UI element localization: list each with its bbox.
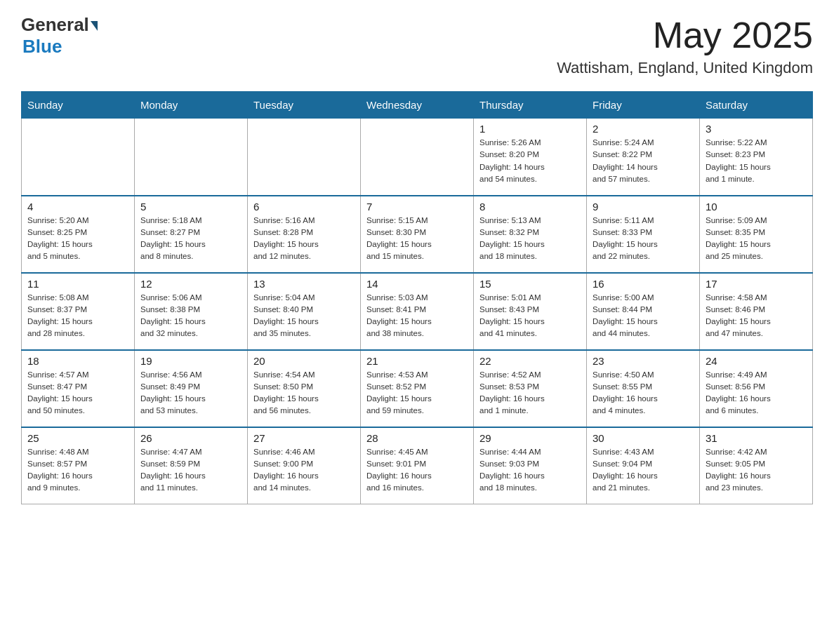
calendar-cell: 12Sunrise: 5:06 AMSunset: 8:38 PMDayligh…: [135, 273, 248, 350]
day-number: 12: [140, 278, 241, 290]
day-number: 20: [253, 355, 355, 367]
calendar-cell: 31Sunrise: 4:42 AMSunset: 9:05 PMDayligh…: [700, 427, 813, 504]
calendar-cell: 9Sunrise: 5:11 AMSunset: 8:33 PMDaylight…: [587, 196, 700, 273]
day-info: Sunrise: 5:26 AMSunset: 8:20 PMDaylight:…: [479, 137, 581, 185]
calendar-cell: 27Sunrise: 4:46 AMSunset: 9:00 PMDayligh…: [248, 427, 361, 504]
calendar-cell: 14Sunrise: 5:03 AMSunset: 8:41 PMDayligh…: [361, 273, 474, 350]
day-info: Sunrise: 5:22 AMSunset: 8:23 PMDaylight:…: [706, 137, 807, 185]
logo: General Blue: [21, 14, 98, 58]
day-info: Sunrise: 4:43 AMSunset: 9:04 PMDaylight:…: [593, 446, 694, 495]
day-number: 4: [27, 201, 128, 213]
calendar-cell: [361, 119, 474, 196]
main-title: May 2025: [557, 14, 813, 56]
day-info: Sunrise: 4:44 AMSunset: 9:03 PMDaylight:…: [479, 446, 581, 495]
page-header: General Blue May 2025 Wattisham, England…: [21, 14, 813, 77]
calendar-cell: 15Sunrise: 5:01 AMSunset: 8:43 PMDayligh…: [474, 273, 587, 350]
calendar-cell: 25Sunrise: 4:48 AMSunset: 8:57 PMDayligh…: [22, 427, 135, 504]
day-info: Sunrise: 5:03 AMSunset: 8:41 PMDaylight:…: [366, 292, 468, 340]
calendar-cell: [248, 119, 361, 196]
day-number: 5: [140, 201, 241, 213]
day-number: 31: [706, 432, 807, 444]
logo-blue-text: Blue: [22, 36, 62, 58]
day-info: Sunrise: 4:54 AMSunset: 8:50 PMDaylight:…: [253, 369, 355, 417]
calendar-header-tuesday: Tuesday: [248, 92, 361, 119]
day-info: Sunrise: 5:09 AMSunset: 8:35 PMDaylight:…: [706, 215, 807, 263]
day-info: Sunrise: 5:18 AMSunset: 8:27 PMDaylight:…: [140, 215, 241, 263]
calendar-header-sunday: Sunday: [22, 92, 135, 119]
calendar-week-row: 11Sunrise: 5:08 AMSunset: 8:37 PMDayligh…: [22, 273, 813, 350]
day-number: 19: [140, 355, 241, 367]
day-info: Sunrise: 5:01 AMSunset: 8:43 PMDaylight:…: [479, 292, 581, 340]
day-number: 28: [366, 432, 468, 444]
title-section: May 2025 Wattisham, England, United King…: [557, 14, 813, 77]
day-number: 13: [253, 278, 355, 290]
day-info: Sunrise: 5:16 AMSunset: 8:28 PMDaylight:…: [253, 215, 355, 263]
day-info: Sunrise: 4:58 AMSunset: 8:46 PMDaylight:…: [706, 292, 807, 340]
day-info: Sunrise: 5:13 AMSunset: 8:32 PMDaylight:…: [479, 215, 581, 263]
day-info: Sunrise: 5:06 AMSunset: 8:38 PMDaylight:…: [140, 292, 241, 340]
day-info: Sunrise: 4:46 AMSunset: 9:00 PMDaylight:…: [253, 446, 355, 495]
day-info: Sunrise: 5:04 AMSunset: 8:40 PMDaylight:…: [253, 292, 355, 340]
calendar-cell: 30Sunrise: 4:43 AMSunset: 9:04 PMDayligh…: [587, 427, 700, 504]
calendar-week-row: 25Sunrise: 4:48 AMSunset: 8:57 PMDayligh…: [22, 427, 813, 504]
calendar-cell: 13Sunrise: 5:04 AMSunset: 8:40 PMDayligh…: [248, 273, 361, 350]
calendar-cell: 23Sunrise: 4:50 AMSunset: 8:55 PMDayligh…: [587, 350, 700, 427]
calendar-cell: 7Sunrise: 5:15 AMSunset: 8:30 PMDaylight…: [361, 196, 474, 273]
day-number: 21: [366, 355, 468, 367]
calendar-cell: 17Sunrise: 4:58 AMSunset: 8:46 PMDayligh…: [700, 273, 813, 350]
calendar-cell: 21Sunrise: 4:53 AMSunset: 8:52 PMDayligh…: [361, 350, 474, 427]
calendar-header-thursday: Thursday: [474, 92, 587, 119]
day-number: 14: [366, 278, 468, 290]
day-number: 2: [593, 123, 694, 135]
day-info: Sunrise: 4:52 AMSunset: 8:53 PMDaylight:…: [479, 369, 581, 417]
calendar-cell: 8Sunrise: 5:13 AMSunset: 8:32 PMDaylight…: [474, 196, 587, 273]
day-info: Sunrise: 4:56 AMSunset: 8:49 PMDaylight:…: [140, 369, 241, 417]
calendar-cell: 19Sunrise: 4:56 AMSunset: 8:49 PMDayligh…: [135, 350, 248, 427]
day-number: 6: [253, 201, 355, 213]
day-info: Sunrise: 4:48 AMSunset: 8:57 PMDaylight:…: [27, 446, 128, 495]
day-info: Sunrise: 5:00 AMSunset: 8:44 PMDaylight:…: [593, 292, 694, 340]
day-number: 10: [706, 201, 807, 213]
calendar-cell: [135, 119, 248, 196]
day-info: Sunrise: 5:15 AMSunset: 8:30 PMDaylight:…: [366, 215, 468, 263]
day-number: 25: [27, 432, 128, 444]
day-number: 8: [479, 201, 581, 213]
day-number: 18: [27, 355, 128, 367]
day-number: 30: [593, 432, 694, 444]
day-info: Sunrise: 4:47 AMSunset: 8:59 PMDaylight:…: [140, 446, 241, 495]
calendar-cell: 1Sunrise: 5:26 AMSunset: 8:20 PMDaylight…: [474, 119, 587, 196]
day-info: Sunrise: 5:11 AMSunset: 8:33 PMDaylight:…: [593, 215, 694, 263]
day-info: Sunrise: 4:50 AMSunset: 8:55 PMDaylight:…: [593, 369, 694, 417]
calendar-cell: 28Sunrise: 4:45 AMSunset: 9:01 PMDayligh…: [361, 427, 474, 504]
calendar-header-friday: Friday: [587, 92, 700, 119]
calendar-cell: 20Sunrise: 4:54 AMSunset: 8:50 PMDayligh…: [248, 350, 361, 427]
day-number: 27: [253, 432, 355, 444]
logo-arrow-icon: [91, 21, 98, 31]
day-number: 24: [706, 355, 807, 367]
calendar-cell: 18Sunrise: 4:57 AMSunset: 8:47 PMDayligh…: [22, 350, 135, 427]
logo-general-text: General: [21, 14, 89, 36]
day-number: 11: [27, 278, 128, 290]
day-info: Sunrise: 5:24 AMSunset: 8:22 PMDaylight:…: [593, 137, 694, 185]
day-number: 9: [593, 201, 694, 213]
calendar-cell: 11Sunrise: 5:08 AMSunset: 8:37 PMDayligh…: [22, 273, 135, 350]
calendar-week-row: 1Sunrise: 5:26 AMSunset: 8:20 PMDaylight…: [22, 119, 813, 196]
calendar-cell: 10Sunrise: 5:09 AMSunset: 8:35 PMDayligh…: [700, 196, 813, 273]
calendar-cell: 3Sunrise: 5:22 AMSunset: 8:23 PMDaylight…: [700, 119, 813, 196]
day-number: 15: [479, 278, 581, 290]
day-number: 26: [140, 432, 241, 444]
day-number: 16: [593, 278, 694, 290]
calendar-cell: 26Sunrise: 4:47 AMSunset: 8:59 PMDayligh…: [135, 427, 248, 504]
calendar-cell: [22, 119, 135, 196]
day-number: 1: [479, 123, 581, 135]
day-number: 29: [479, 432, 581, 444]
calendar-cell: 4Sunrise: 5:20 AMSunset: 8:25 PMDaylight…: [22, 196, 135, 273]
calendar-cell: 22Sunrise: 4:52 AMSunset: 8:53 PMDayligh…: [474, 350, 587, 427]
day-info: Sunrise: 4:45 AMSunset: 9:01 PMDaylight:…: [366, 446, 468, 495]
day-info: Sunrise: 4:49 AMSunset: 8:56 PMDaylight:…: [706, 369, 807, 417]
calendar-header-monday: Monday: [135, 92, 248, 119]
day-info: Sunrise: 4:42 AMSunset: 9:05 PMDaylight:…: [706, 446, 807, 495]
calendar-cell: 6Sunrise: 5:16 AMSunset: 8:28 PMDaylight…: [248, 196, 361, 273]
calendar-header-wednesday: Wednesday: [361, 92, 474, 119]
day-number: 23: [593, 355, 694, 367]
